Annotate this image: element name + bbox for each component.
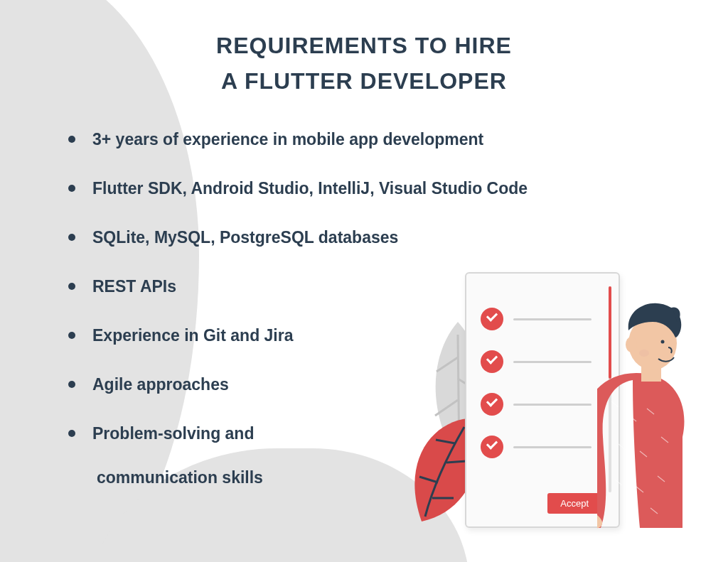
requirement-text: 3+ years of experience in mobile app dev…	[92, 130, 483, 148]
list-item: 3+ years of experience in mobile app dev…	[68, 129, 673, 151]
requirement-text: Flutter SDK, Android Studio, IntelliJ, V…	[92, 179, 528, 198]
title-line-1: REQUIREMENTS TO HIRE	[216, 33, 512, 58]
requirement-text: Problem-solving and	[92, 424, 254, 443]
list-item: Problem-solving and communication skills	[68, 423, 673, 488]
page-title: REQUIREMENTS TO HIRE A FLUTTER DEVELOPER	[55, 28, 673, 99]
main-content: REQUIREMENTS TO HIRE A FLUTTER DEVELOPER…	[0, 0, 728, 489]
list-item: Agile approaches	[68, 374, 673, 396]
requirement-text: Agile approaches	[92, 375, 229, 394]
accept-button[interactable]: Accept	[547, 493, 601, 514]
list-item: Flutter SDK, Android Studio, IntelliJ, V…	[68, 178, 673, 200]
list-item: Experience in Git and Jira	[68, 325, 673, 347]
requirement-text-line2: communication skills	[92, 467, 673, 489]
list-item: SQLite, MySQL, PostgreSQL databases	[68, 227, 673, 249]
accept-button-label: Accept	[560, 498, 589, 509]
requirement-text: REST APIs	[92, 277, 176, 296]
requirement-text: SQLite, MySQL, PostgreSQL databases	[92, 228, 398, 247]
title-line-2: A FLUTTER DEVELOPER	[221, 68, 507, 94]
list-item: REST APIs	[68, 276, 673, 298]
requirement-text: Experience in Git and Jira	[92, 326, 294, 345]
requirements-list: 3+ years of experience in mobile app dev…	[55, 129, 673, 488]
